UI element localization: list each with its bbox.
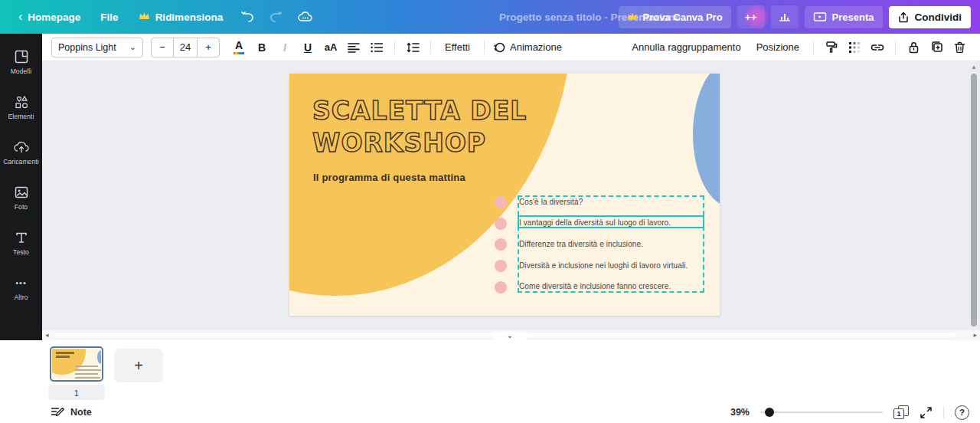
text-toolbar: Poppins Light ⌄ − 24 + A B I U aA Effett… [42, 34, 980, 61]
horizontal-scrollbar[interactable]: ◂ ▸ ⌄ [42, 330, 980, 340]
spacing-button[interactable] [403, 37, 423, 58]
sidebar-item-modelli[interactable]: Modelli [0, 44, 42, 80]
copy-style-button[interactable] [822, 37, 841, 58]
question-icon: ? [959, 408, 965, 417]
scroll-up-icon[interactable]: ▲ [971, 64, 977, 70]
plus-plus-icon: ++ [745, 11, 757, 23]
paint-roller-icon [825, 41, 838, 54]
undo-icon [240, 11, 254, 23]
insert-button[interactable]: ++ [737, 5, 765, 28]
font-size-increase-button[interactable]: + [198, 38, 219, 57]
page-number: 1 [74, 389, 79, 398]
line-spacing-icon [407, 42, 420, 53]
status-divider [943, 406, 944, 418]
bold-button[interactable]: B [252, 37, 272, 58]
sidebar-item-altro[interactable]: ••• Altro [0, 271, 42, 306]
bullet-dot[interactable] [495, 281, 507, 293]
top-bar: ‹ Homepage File Ridimensiona [0, 0, 980, 34]
sidebar-item-elementi[interactable]: Elementi [0, 90, 42, 125]
fullscreen-button[interactable] [920, 406, 933, 419]
sidebar-label: Testo [13, 248, 29, 256]
transparency-icon [848, 41, 861, 54]
canvas-area[interactable]: SCALETTA DEL WORKSHOP Il programma di qu… [42, 61, 980, 340]
sidebar-label: Modelli [11, 67, 32, 75]
vertical-scrollbar-thumb[interactable] [971, 74, 977, 326]
resize-label: Ridimensiona [155, 11, 224, 23]
zoom-slider-track[interactable] [760, 412, 883, 413]
mini-blue-blob [97, 350, 101, 364]
animate-button[interactable]: Animazione [492, 37, 562, 58]
share-button[interactable]: Condividi [889, 6, 972, 28]
collapse-chevron-icon: ⌄ [507, 332, 513, 339]
scroll-right-icon[interactable]: ▸ [973, 332, 977, 339]
ungroup-button[interactable]: Annulla raggruppamento [626, 37, 746, 58]
blue-blob-shape[interactable] [693, 74, 720, 207]
file-menu-button[interactable]: File [93, 7, 126, 28]
crown-pro-icon [627, 11, 638, 23]
position-button[interactable]: Posizione [750, 37, 805, 58]
zoom-slider-knob[interactable] [765, 408, 774, 417]
more-icon: ••• [15, 275, 27, 290]
pro-label: Prova Canva Pro [643, 11, 723, 23]
zoom-slider[interactable] [760, 408, 883, 417]
sidebar-label: Foto [15, 203, 28, 211]
vertical-scrollbar[interactable]: ▲ ▼ [969, 64, 978, 337]
share-icon [898, 11, 909, 23]
agenda-item-4[interactable]: Diversità e inclusione nei luoghi di lav… [519, 261, 688, 270]
text-color-button[interactable]: A [229, 37, 249, 58]
sidebar-item-testo[interactable]: Testo [0, 225, 42, 261]
text-case-button[interactable]: aA [321, 37, 341, 58]
slide-page[interactable]: SCALETTA DEL WORKSHOP Il programma di qu… [289, 74, 720, 316]
font-size-decrease-button[interactable]: − [152, 38, 173, 57]
agenda-item-2[interactable]: I vantaggi della diversità sul luogo di … [519, 218, 671, 227]
delete-button[interactable] [949, 37, 969, 58]
lock-button[interactable] [903, 37, 923, 58]
help-button[interactable]: ? [955, 405, 969, 420]
sidebar-item-caricamenti[interactable]: Caricamenti [0, 135, 42, 170]
underline-button[interactable]: U [298, 37, 318, 58]
scroll-left-icon[interactable]: ◂ [45, 332, 49, 339]
chevron-down-icon: ⌄ [129, 42, 136, 52]
insights-button[interactable] [771, 5, 799, 28]
transparency-button[interactable] [844, 37, 864, 58]
fullscreen-icon [920, 406, 933, 419]
resize-button[interactable]: Ridimensiona [131, 6, 231, 28]
font-family-select[interactable]: Poppins Light ⌄ [51, 38, 143, 57]
link-button[interactable] [867, 37, 887, 58]
slide-title[interactable]: SCALETTA DEL WORKSHOP [312, 95, 527, 159]
add-page-button[interactable]: + [114, 349, 163, 382]
homepage-button[interactable]: ‹ Homepage [11, 6, 88, 28]
page-thumbnail-selected-border[interactable] [50, 346, 103, 382]
redo-icon [270, 11, 283, 23]
present-icon [813, 11, 827, 23]
redo-button[interactable] [264, 5, 289, 28]
present-button[interactable]: Presenta [805, 6, 883, 28]
bullet-dot[interactable] [495, 218, 507, 230]
duplicate-button[interactable] [926, 37, 946, 58]
grid-view-button[interactable]: 1 [893, 405, 909, 419]
try-canva-pro-button[interactable]: Prova Canva Pro [619, 6, 731, 28]
agenda-item-1[interactable]: Cos'è la diversità? [519, 198, 583, 206]
agenda-item-5[interactable]: Come diversità e inclusione fanno cresce… [519, 282, 671, 290]
grid-view-page-number: 1 [893, 408, 904, 419]
font-size-value[interactable]: 24 [173, 38, 198, 57]
sidebar-item-foto[interactable]: Foto [0, 180, 42, 215]
sync-status-button[interactable] [293, 5, 318, 28]
mini-text-line [75, 377, 100, 379]
undo-button[interactable] [235, 5, 260, 28]
notes-button[interactable]: Note [51, 406, 92, 418]
link-icon [871, 42, 884, 53]
list-button[interactable] [367, 37, 387, 58]
bullet-dot[interactable] [495, 238, 507, 251]
homepage-label: Homepage [28, 11, 80, 23]
italic-button[interactable]: I [275, 37, 295, 58]
slide-subtitle[interactable]: Il programma di questa mattina [313, 172, 466, 183]
agenda-item-3[interactable]: Differenze tra diversità e inclusione. [519, 240, 643, 248]
bullet-dot[interactable] [495, 196, 507, 208]
bullet-dot[interactable] [495, 260, 507, 272]
page-thumbnail-1[interactable]: 1 [48, 346, 105, 400]
collapse-pages-tab[interactable]: ⌄ [492, 332, 528, 340]
file-label: File [100, 11, 118, 23]
effects-button[interactable]: Effetti [439, 37, 476, 58]
alignment-button[interactable] [344, 37, 364, 58]
